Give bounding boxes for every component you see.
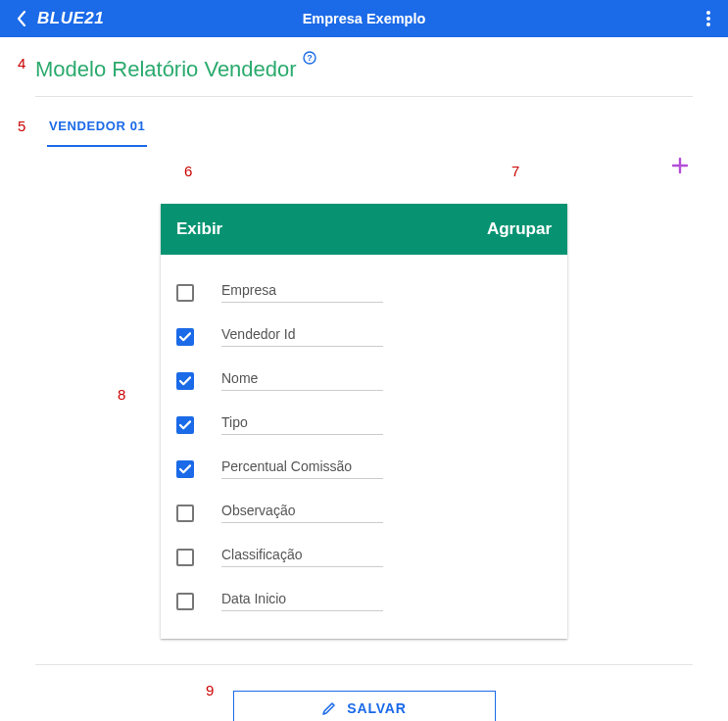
annotation-4: 4	[18, 55, 25, 72]
chevron-left-icon	[17, 11, 26, 26]
annotation-6: 6	[184, 163, 192, 179]
add-button[interactable]	[671, 157, 689, 178]
menu-button[interactable]	[695, 5, 722, 32]
tab-vendedor-01[interactable]: VENDEDOR 01	[47, 109, 147, 147]
pencil-icon	[321, 700, 337, 716]
svg-point-1	[706, 17, 710, 21]
divider	[35, 96, 693, 97]
field-label: Percentual Comissão	[221, 458, 383, 479]
field-checkbox[interactable]	[176, 416, 194, 434]
field-checkbox[interactable]	[176, 549, 194, 566]
svg-text:?: ?	[307, 53, 313, 63]
field-row: Observação	[176, 503, 552, 523]
field-label: Tipo	[221, 414, 383, 435]
field-label: Data Inicio	[221, 591, 383, 611]
field-row: Nome	[176, 370, 552, 391]
check-icon	[179, 376, 191, 386]
fields-card: Exibir Agrupar EmpresaVendedor IdNomeTip…	[161, 204, 567, 639]
annotation-8: 8	[118, 386, 125, 403]
field-label: Classificação	[221, 547, 383, 567]
field-row: Empresa	[176, 282, 552, 303]
annotation-5: 5	[18, 118, 25, 134]
field-checkbox[interactable]	[176, 328, 194, 346]
column-show-header: Exibir	[176, 219, 222, 239]
field-row: Classificação	[176, 547, 552, 567]
field-checkbox[interactable]	[176, 593, 194, 610]
back-button[interactable]	[8, 5, 35, 32]
save-button-label: SALVAR	[347, 700, 406, 716]
field-checkbox[interactable]	[176, 284, 194, 302]
field-label: Empresa	[221, 282, 383, 303]
field-label: Nome	[221, 370, 383, 391]
save-button[interactable]: SALVAR	[233, 691, 496, 721]
column-group-header: Agrupar	[487, 219, 552, 239]
field-label: Observação	[221, 503, 383, 523]
help-icon[interactable]: ?	[303, 51, 316, 69]
field-checkbox[interactable]	[176, 460, 194, 478]
divider	[35, 664, 693, 665]
check-icon	[179, 464, 191, 474]
svg-point-0	[706, 11, 710, 15]
tab-bar: VENDEDOR 01	[35, 109, 693, 147]
field-row: Percentual Comissão	[176, 458, 552, 479]
field-label: Vendedor Id	[221, 326, 383, 347]
card-header: Exibir Agrupar	[161, 204, 567, 255]
field-row: Vendedor Id	[176, 326, 552, 347]
field-checkbox[interactable]	[176, 372, 194, 390]
check-icon	[179, 332, 191, 342]
annotation-9: 9	[206, 682, 214, 698]
field-row: Tipo	[176, 414, 552, 435]
app-bar: BLUE21 Empresa Exemplo	[0, 0, 728, 37]
svg-point-2	[706, 23, 710, 26]
field-row: Data Inicio	[176, 591, 552, 611]
annotation-7: 7	[511, 163, 519, 179]
app-logo: BLUE21	[37, 9, 104, 28]
plus-icon	[671, 157, 689, 174]
appbar-title: Empresa Exemplo	[303, 11, 426, 26]
field-checkbox[interactable]	[176, 505, 194, 522]
check-icon	[179, 420, 191, 430]
more-vert-icon	[706, 11, 710, 26]
page-title: Modelo Relatório Vendedor	[35, 57, 297, 82]
